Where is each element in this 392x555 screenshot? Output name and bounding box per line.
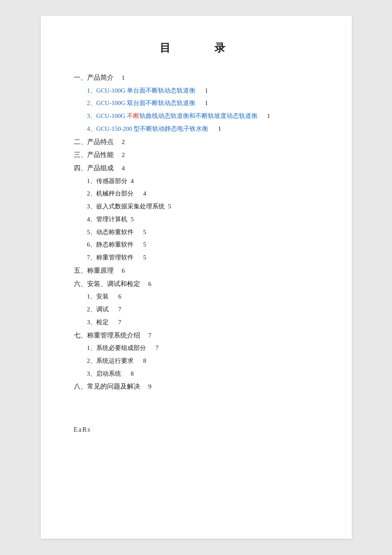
document-page: 目 录 一、产品简介 1 1、GCU-100G 单台面不断轨动态轨道衡 1 2、… bbox=[41, 16, 352, 539]
toc-label-s4-5: 5、动态称重软件 bbox=[87, 227, 134, 238]
ears-section: EaRs bbox=[74, 426, 319, 433]
toc-label-s4-4: 4、管理计算机 bbox=[87, 214, 128, 225]
toc-page-s4-4: 5 bbox=[131, 214, 134, 225]
toc-label-s6-2: 2、调试 bbox=[87, 304, 109, 315]
toc-label-s1-4: 4、GCU-150-200 型不断轨动静态电子铁水衡 bbox=[87, 123, 209, 135]
toc-label-s4-2: 2、机械秤台部分 bbox=[87, 188, 134, 200]
toc-page-s4-6: 5 bbox=[137, 239, 146, 251]
toc-page-s8: 9 bbox=[144, 381, 151, 393]
toc-page-s1-1: 1 bbox=[199, 85, 208, 97]
toc-label-s1-1: 1、GCU-100G 单台面不断轨动态轨道衡 bbox=[87, 85, 195, 97]
toc-item-s4-1: 1、传感器部分4 bbox=[74, 176, 319, 187]
toc-label-s5: 五、称重原理 bbox=[74, 265, 114, 277]
toc-label-s4-1: 1、传感器部分 bbox=[87, 176, 128, 187]
toc-page-s4-2: 4 bbox=[137, 188, 146, 200]
toc-item-s6-1: 1、安装 6 bbox=[74, 291, 319, 303]
toc-item-s2: 二、产品特点 2 bbox=[74, 136, 319, 148]
toc-item-s1: 一、产品简介 1 bbox=[74, 72, 319, 84]
toc-label-s4-6: 6、静态称重软件 bbox=[87, 239, 134, 251]
toc-label-s1: 一、产品简介 bbox=[74, 72, 114, 84]
toc-label-s6-3: 3、检定 bbox=[87, 317, 109, 328]
toc-item-s4-2: 2、机械秤台部分 4 bbox=[74, 188, 319, 200]
toc-item-s1-1: 1、GCU-100G 单台面不断轨动态轨道衡 1 bbox=[74, 85, 319, 97]
toc-page-s4-5: 5 bbox=[137, 227, 146, 238]
toc-item-s3: 三、产品性能 2 bbox=[74, 149, 319, 161]
toc-label-s1-2: 2、GCU-100G 双台面不断轨动态轨道衡 bbox=[87, 98, 195, 109]
toc-label-s4-3: 3、嵌入式数据采集处理系统 bbox=[87, 201, 165, 213]
toc-item-s4-4: 4、管理计算机5 bbox=[74, 214, 319, 225]
toc-page-s2: 2 bbox=[117, 136, 125, 148]
toc-page-s1: 1 bbox=[117, 72, 125, 84]
toc-label-s8: 八、常见的问题及解决 bbox=[74, 381, 140, 393]
ears-label: EaRs bbox=[74, 426, 91, 433]
toc-item-s4-7: 7、称重管理软件 5 bbox=[74, 252, 319, 264]
toc-page-s7: 7 bbox=[144, 330, 151, 342]
toc-label-s2: 二、产品特点 bbox=[74, 136, 114, 148]
toc-item-s1-4: 4、GCU-150-200 型不断轨动静态电子铁水衡 1 bbox=[74, 123, 319, 135]
toc-label-s7-1: 1、系统必要组成部分 bbox=[87, 342, 146, 354]
toc-label-s6-1: 1、安装 bbox=[87, 291, 109, 303]
toc-label-s1-3: 3、GCU-100G 不断轨曲线动态轨道衡和不断轨坡度动态轨道衡 bbox=[87, 110, 258, 122]
toc-item-s6-3: 3、检定 7 bbox=[74, 317, 319, 328]
toc-page-s4-7: 5 bbox=[137, 252, 146, 264]
toc-item-s7-2: 2、系统运行要求 8 bbox=[74, 355, 319, 367]
toc-label-s7: 七、称重管理系统介绍 bbox=[74, 330, 140, 342]
table-of-contents: 一、产品简介 1 1、GCU-100G 单台面不断轨动态轨道衡 1 2、GCU-… bbox=[74, 72, 319, 393]
page-title: 目 录 bbox=[74, 41, 319, 55]
toc-page-s4-1: 4 bbox=[131, 176, 134, 187]
toc-item-s1-3: 3、GCU-100G 不断轨曲线动态轨道衡和不断轨坡度动态轨道衡 1 bbox=[74, 110, 319, 122]
toc-page-s6: 6 bbox=[144, 278, 151, 290]
toc-page-s6-1: 6 bbox=[112, 291, 122, 303]
toc-item-s7-3: 3、启动系统 8 bbox=[74, 368, 319, 380]
toc-page-s6-2: 7 bbox=[112, 304, 122, 315]
toc-label-s3: 三、产品性能 bbox=[74, 149, 114, 161]
toc-page-s4: 4 bbox=[117, 162, 125, 174]
toc-item-s8: 八、常见的问题及解决 9 bbox=[74, 381, 319, 393]
toc-label-s7-3: 3、启动系统 bbox=[87, 368, 122, 380]
toc-page-s1-2: 1 bbox=[199, 98, 208, 109]
toc-page-s1-4: 1 bbox=[212, 123, 221, 135]
toc-label-s4: 四、产品组成 bbox=[74, 162, 114, 174]
toc-page-s3: 2 bbox=[117, 149, 125, 161]
toc-page-s5: 6 bbox=[117, 265, 125, 277]
toc-page-s4-3: 5 bbox=[168, 201, 171, 213]
toc-page-s1-3: 1 bbox=[261, 110, 270, 122]
toc-item-s5: 五、称重原理 6 bbox=[74, 265, 319, 277]
toc-page-s7-2: 8 bbox=[137, 355, 146, 367]
toc-item-s1-2: 2、GCU-100G 双台面不断轨动态轨道衡 1 bbox=[74, 98, 319, 109]
toc-item-s6-2: 2、调试 7 bbox=[74, 304, 319, 315]
toc-item-s4: 四、产品组成 4 bbox=[74, 162, 319, 174]
toc-item-s4-5: 5、动态称重软件 5 bbox=[74, 227, 319, 238]
toc-page-s6-3: 7 bbox=[112, 317, 122, 328]
toc-page-s7-3: 8 bbox=[124, 368, 134, 380]
toc-label-s7-2: 2、系统运行要求 bbox=[87, 355, 134, 367]
toc-label-s4-7: 7、称重管理软件 bbox=[87, 252, 134, 264]
toc-item-s6: 六、安装、调试和检定 6 bbox=[74, 278, 319, 290]
toc-page-s7-1: 7 bbox=[149, 342, 159, 354]
toc-item-s7: 七、称重管理系统介绍 7 bbox=[74, 330, 319, 342]
toc-item-s4-3: 3、嵌入式数据采集处理系统5 bbox=[74, 201, 319, 213]
toc-item-s7-1: 1、系统必要组成部分 7 bbox=[74, 342, 319, 354]
toc-label-s6: 六、安装、调试和检定 bbox=[74, 278, 140, 290]
toc-item-s4-6: 6、静态称重软件 5 bbox=[74, 239, 319, 251]
